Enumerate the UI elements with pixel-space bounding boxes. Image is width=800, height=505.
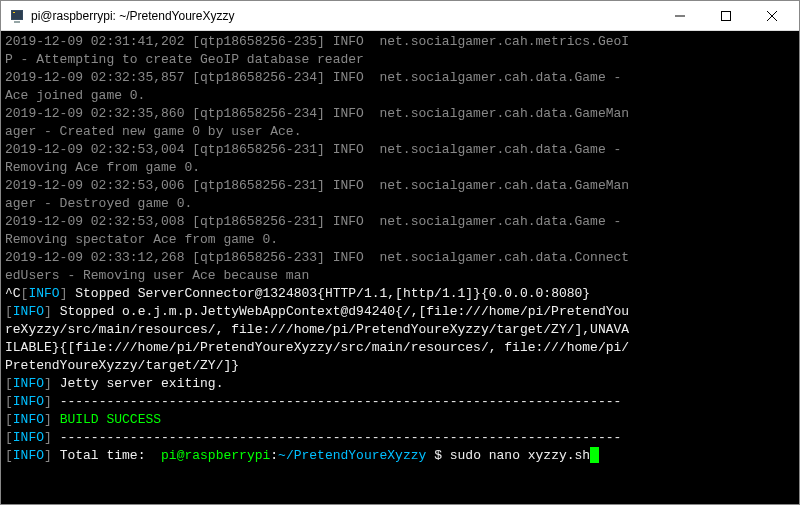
info-tag: INFO [13,412,44,427]
putty-window: pi@raspberrypi: ~/PretendYoureXyzzy 2019… [0,0,800,505]
divider: ----------------------------------------… [60,394,622,409]
log-line: Stopped ServerConnector@1324803{HTTP/1.1… [75,286,590,301]
bracket: ] [44,304,60,319]
bracket: ] [44,394,60,409]
terminal-output[interactable]: 2019-12-09 02:31:41,202 [qtp18658256-235… [1,31,799,504]
log-line: Jetty server exiting. [60,376,224,391]
log-line: Ace joined game 0. [5,88,145,103]
maximize-button[interactable] [703,1,749,30]
log-line: Removing spectator Ace from game 0. [5,232,278,247]
info-tag: INFO [13,448,44,463]
log-line: reXyzzy/src/main/resources/, file:///hom… [5,322,629,337]
prompt-dollar: $ [426,448,449,463]
log-line: Stopped o.e.j.m.p.JettyWebAppContext@d94… [60,304,630,319]
total-time: Total time: [60,448,161,463]
info-tag: INFO [13,376,44,391]
bracket: [ [5,376,13,391]
bracket: ] [60,286,76,301]
log-line: 2019-12-09 02:32:53,006 [qtp18658256-231… [5,178,629,193]
info-tag: INFO [13,430,44,445]
log-line: 2019-12-09 02:32:35,860 [qtp18658256-234… [5,106,629,121]
log-line: edUsers - Removing user Ace because man [5,268,309,283]
bracket: [ [5,448,13,463]
prompt-path: ~/PretendYoureXyzzy [278,448,426,463]
log-line: 2019-12-09 02:32:53,004 [qtp18658256-231… [5,142,629,157]
prompt-colon: : [270,448,278,463]
close-button[interactable] [749,1,795,30]
log-line: PretendYoureXyzzy/target/ZY/]} [5,358,239,373]
bracket: ] [44,376,60,391]
command-input[interactable]: sudo nano xyzzy.sh [450,448,590,463]
bracket: [ [5,412,13,427]
window-title: pi@raspberrypi: ~/PretendYoureXyzzy [31,9,657,23]
log-line: 2019-12-09 02:32:35,857 [qtp18658256-234… [5,70,629,85]
info-tag: INFO [13,304,44,319]
putty-icon [9,8,25,24]
bracket: ] [44,448,60,463]
log-line: Removing Ace from game 0. [5,160,200,175]
log-line: 2019-12-09 02:32:53,008 [qtp18658256-231… [5,214,629,229]
build-success: BUILD SUCCESS [60,412,161,427]
log-line: P - Attempting to create GeoIP database … [5,52,364,67]
info-tag: INFO [28,286,59,301]
bracket: ] [44,412,60,427]
cursor-block [590,447,599,463]
log-line: 2019-12-09 02:33:12,268 [qtp18658256-233… [5,250,629,265]
svg-rect-3 [14,21,20,23]
log-line: 2019-12-09 02:31:41,202 [qtp18658256-235… [5,34,629,49]
divider: ----------------------------------------… [60,430,622,445]
titlebar[interactable]: pi@raspberrypi: ~/PretendYoureXyzzy [1,1,799,31]
bracket: ] [44,430,60,445]
bracket: [ [5,394,13,409]
sigint: ^C [5,286,21,301]
window-controls [657,1,795,30]
bracket: [ [5,304,13,319]
svg-rect-2 [13,12,15,13]
log-line: ILABLE}{[file:///home/pi/PretendYoureXyz… [5,340,629,355]
info-tag: INFO [13,394,44,409]
bracket: [ [5,430,13,445]
log-line: ager - Destroyed game 0. [5,196,192,211]
prompt-user: pi@raspberrypi [161,448,270,463]
svg-rect-5 [722,11,731,20]
log-line: ager - Created new game 0 by user Ace. [5,124,301,139]
minimize-button[interactable] [657,1,703,30]
